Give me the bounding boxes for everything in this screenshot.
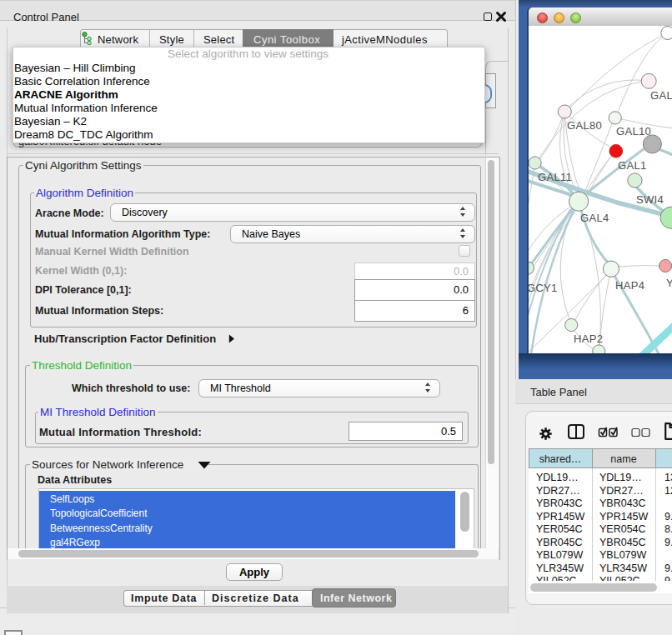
svg-text:HAP2: HAP2: [574, 332, 603, 345]
svg-text:Y: Y: [666, 277, 672, 289]
svg-text:GAL: GAL: [650, 89, 672, 102]
svg-text:HAP4: HAP4: [615, 279, 644, 292]
svg-text:GAL4: GAL4: [580, 212, 609, 224]
svg-text:GAL80: GAL80: [567, 119, 602, 132]
svg-text:SWI4: SWI4: [636, 193, 664, 206]
svg-text:GAL11: GAL11: [538, 171, 572, 183]
svg-text:GAL1: GAL1: [618, 159, 646, 172]
svg-text:GCY1: GCY1: [529, 282, 558, 294]
svg-text:GAL10: GAL10: [616, 125, 651, 138]
